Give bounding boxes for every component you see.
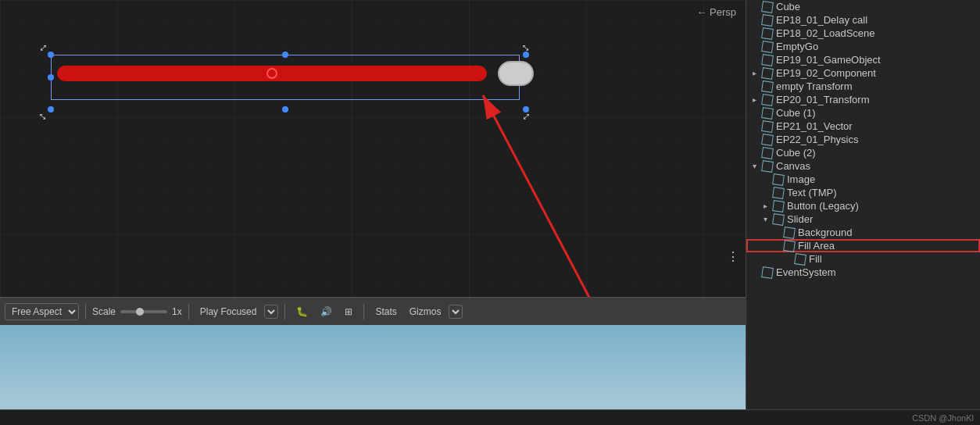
bug-icon-button[interactable]: 🐛: [291, 305, 313, 319]
hierarchy-item-label: Cube (1): [776, 107, 816, 119]
hierarchy-item[interactable]: EP18_01_Delay call: [746, 13, 980, 27]
cube-icon: [761, 266, 774, 279]
hierarchy-item[interactable]: EP22_01_Physics: [746, 133, 980, 146]
aspect-dropdown[interactable]: Free Aspect: [5, 303, 79, 320]
hierarchy-item[interactable]: EventSystem: [746, 266, 980, 279]
hierarchy-item-label: EP18_02_LoadScene: [776, 27, 875, 39]
persp-label: ← Persp: [696, 6, 736, 18]
hierarchy-item[interactable]: EmptyGo: [746, 40, 980, 53]
hierarchy-item-label: EP18_01_Delay call: [776, 14, 867, 26]
hierarchy-item[interactable]: EP19_01_GameObject: [746, 53, 980, 66]
cube-icon: [761, 14, 774, 27]
cube-icon: [761, 120, 774, 133]
hierarchy-item[interactable]: ▾Canvas: [746, 159, 980, 173]
stats-button[interactable]: Stats: [370, 305, 401, 319]
hierarchy-item[interactable]: Cube (1): [746, 106, 980, 120]
expand-arrow-icon: ▾: [764, 215, 773, 223]
cube-icon: [761, 94, 774, 106]
cube-icon: [761, 67, 774, 80]
handle-bm: [282, 106, 288, 112]
scene-toolbar: Free Aspect Scale 1x Play Focused ▾ 🐛 🔊 …: [0, 297, 746, 325]
scene-view: ← Persp ↔ ↔ ↔ ↔: [0, 0, 746, 409]
hierarchy-item-label: EP19_02_Component: [776, 67, 876, 79]
grid-icon-button[interactable]: ⊞: [340, 305, 357, 319]
separator-4: [363, 304, 364, 320]
cube-icon: [761, 147, 774, 159]
hierarchy-item[interactable]: ▸Button (Legacy): [746, 199, 980, 212]
cube-icon: [772, 187, 785, 199]
cube-icon: [761, 41, 774, 53]
hierarchy-item[interactable]: Fill: [746, 252, 980, 266]
cube-icon: [761, 160, 774, 173]
scale-thumb: [136, 308, 144, 316]
hierarchy-item-label: empty Transform: [776, 80, 853, 92]
hierarchy-item-label: Button (Legacy): [787, 200, 859, 212]
expand-arrow-icon: ▸: [753, 95, 762, 104]
play-focused-button[interactable]: Play Focused: [195, 305, 262, 319]
hierarchy-panel: CubeEP18_01_Delay callEP18_02_LoadSceneE…: [746, 0, 980, 409]
slider-center-dot: [266, 68, 277, 79]
slider-scene-object: ↔ ↔ ↔ ↔: [51, 55, 535, 109]
svg-rect-2: [0, 0, 746, 297]
hierarchy-item[interactable]: ▾Slider: [746, 212, 980, 226]
hierarchy-item-label: Cube: [776, 1, 800, 12]
hierarchy-item-label: Text (TMP): [787, 187, 837, 198]
hierarchy-item-label: EP20_01_Transform: [776, 94, 869, 105]
hierarchy-item[interactable]: ▸EP19_02_Component: [746, 66, 980, 80]
hierarchy-item[interactable]: Background: [746, 226, 980, 239]
expand-arrow-icon: ▾: [753, 162, 762, 170]
hierarchy-item[interactable]: Cube: [746, 0, 980, 13]
cube-icon: [794, 253, 807, 266]
cube-icon: [761, 27, 774, 40]
scale-value: 1x: [172, 306, 182, 317]
cube-icon: [761, 107, 774, 120]
handle-ml: [48, 74, 54, 80]
cube-icon: [761, 54, 774, 66]
hierarchy-item-label: Fill: [809, 253, 822, 265]
cube-icon: [761, 134, 774, 146]
handle-tm: [282, 52, 288, 58]
gizmos-dropdown[interactable]: ▾: [449, 305, 463, 319]
hierarchy-item-label: EP22_01_Physics: [776, 134, 859, 145]
slider-thumb: [498, 61, 534, 86]
hierarchy-item-label: Fill Area: [798, 240, 835, 252]
expand-arrow-icon: ▸: [764, 202, 773, 210]
hierarchy-item[interactable]: Cube (2): [746, 146, 980, 159]
scale-control: Scale 1x: [92, 306, 182, 317]
hierarchy-item-label: Canvas: [776, 160, 810, 172]
gizmos-button[interactable]: Gizmos: [405, 305, 446, 319]
handle-tl: [48, 52, 54, 58]
game-view-skybox: [0, 325, 746, 409]
separator-1: [85, 304, 86, 320]
hierarchy-item[interactable]: Fill Area: [746, 239, 980, 252]
hierarchy-item[interactable]: ▸EP20_01_Transform: [746, 93, 980, 106]
scale-label: Scale: [92, 306, 116, 317]
separator-2: [188, 304, 189, 320]
cube-icon: [783, 227, 796, 239]
cube-icon: [783, 240, 796, 252]
hierarchy-item[interactable]: EP18_02_LoadScene: [746, 27, 980, 40]
hierarchy-item-label: Image: [787, 173, 815, 185]
play-focused-dropdown[interactable]: ▾: [264, 305, 278, 319]
hierarchy-item[interactable]: Image: [746, 173, 980, 186]
cube-icon: [772, 173, 785, 186]
sound-icon-button[interactable]: 🔊: [316, 305, 337, 319]
cube-icon: [761, 1, 774, 13]
cube-icon: [761, 80, 774, 93]
cube-icon: [772, 200, 785, 212]
credit-label: CSDN @JhonKl: [912, 413, 974, 423]
scale-track[interactable]: [120, 310, 167, 313]
hierarchy-item-label: EP19_01_GameObject: [776, 54, 881, 66]
scene-options-button[interactable]: ⋮: [724, 249, 742, 264]
hierarchy-item[interactable]: empty Transform: [746, 80, 980, 93]
hierarchy-item[interactable]: EP21_01_Vector: [746, 120, 980, 133]
hierarchy-item-label: Slider: [787, 213, 813, 225]
hierarchy-item-label: EmptyGo: [776, 41, 818, 52]
cube-icon: [772, 213, 785, 226]
hierarchy-item-label: EP21_01_Vector: [776, 120, 853, 132]
slider-bar: [57, 66, 487, 81]
hierarchy-item-label: EventSystem: [776, 266, 836, 278]
hierarchy-item[interactable]: Text (TMP): [746, 186, 980, 199]
separator-3: [284, 304, 285, 320]
scene-canvas: ← Persp ↔ ↔ ↔ ↔: [0, 0, 746, 297]
